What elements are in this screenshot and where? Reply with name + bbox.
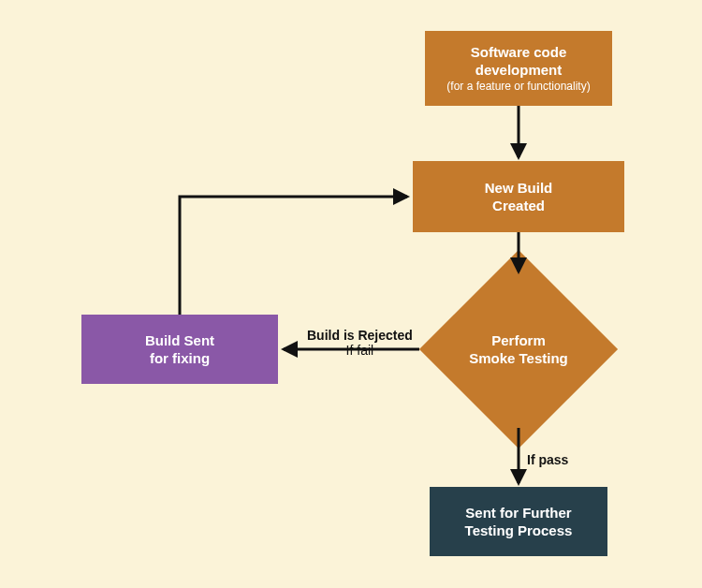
arrow-fix-to-build [180,197,407,315]
node-new-build-line2: Created [492,197,545,215]
node-build-fixing-line2: for fixing [150,349,210,368]
node-new-build: New Build Created [413,161,624,232]
node-further-testing: Sent for Further Testing Process [430,487,607,556]
node-new-build-line1: New Build [485,179,553,198]
node-further-testing-line2: Testing Process [465,522,573,540]
node-build-fixing: Build Sent for fixing [81,315,278,384]
edge-label-fail-top: Build is Rejected [307,328,413,343]
edge-label-fail-bottom: If fail [307,343,413,358]
node-build-fixing-line1: Build Sent [145,331,214,350]
node-smoke-testing-line1: Perform [491,331,546,350]
edge-label-pass-text: If pass [527,452,568,467]
node-smoke-testing: Perform Smoke Testing [455,322,582,376]
node-software-dev-line1: Software code [471,43,567,62]
node-software-dev-sub: (for a feature or functionality) [446,80,590,95]
node-further-testing-line1: Sent for Further [465,504,571,522]
node-software-dev-line2: development [475,61,563,80]
node-smoke-testing-line2: Smoke Testing [469,349,568,368]
edge-label-fail: Build is Rejected If fail [307,328,413,358]
node-software-dev: Software code development (for a feature… [425,31,612,106]
edge-label-pass: If pass [527,452,568,467]
